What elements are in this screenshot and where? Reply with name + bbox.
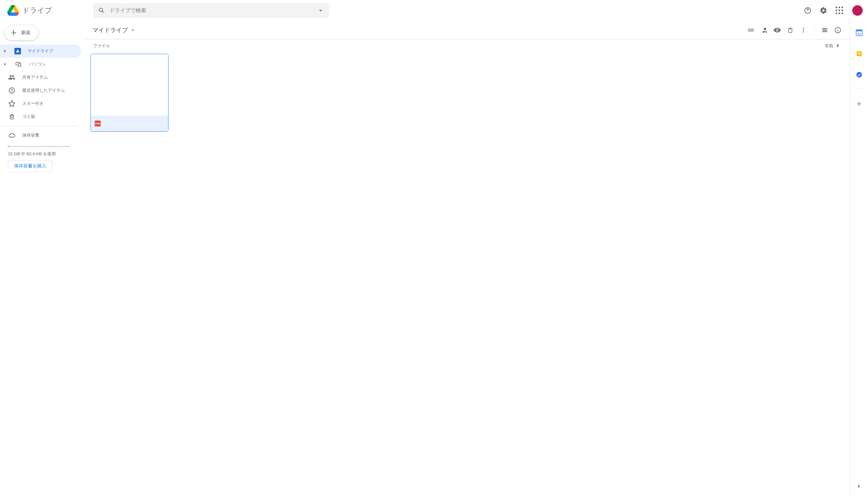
computers-icon [14,60,22,68]
share-person-icon[interactable] [758,24,771,37]
sidebar-item-shared[interactable]: 共有アイテム [0,71,81,84]
sort-label: 名前 [825,43,833,49]
apps-grid-icon[interactable] [833,4,846,17]
svg-rect-8 [822,28,827,29]
svg-text:31: 31 [857,32,861,35]
file-card-footer: PDF [91,115,168,131]
trash-icon [8,113,16,121]
add-addon-icon[interactable] [853,97,866,110]
sidebar-item-label: マイドライブ [28,48,53,54]
expand-triangle-icon[interactable] [2,63,8,66]
svg-point-12 [838,29,838,29]
storage-section: 15 GB 中 63.4 KB を使用 保存容量を購入 [0,142,85,172]
more-vertical-icon[interactable] [797,24,810,37]
search-icon[interactable] [95,4,108,17]
my-drive-icon [14,48,21,55]
sidebar-item-starred[interactable]: スター付き [0,97,81,110]
file-grid: PDF [85,52,850,133]
sidebar-item-label: パソコン [29,61,46,67]
buy-storage-button[interactable]: 保存容量を購入 [8,160,52,172]
breadcrumb-label: マイドライブ [92,26,128,34]
collapse-panel-icon[interactable] [853,480,866,493]
file-card[interactable]: PDF [90,54,168,132]
settings-gear-icon[interactable] [817,4,830,17]
svg-point-6 [803,30,804,30]
sidebar-item-recent[interactable]: 最近使用したアイテム [0,84,81,97]
app-header: ドライブ [0,0,868,21]
sidebar-item-storage[interactable]: 保存容量 [0,129,81,142]
account-avatar[interactable] [852,5,863,16]
sidebar-separator [0,126,77,126]
sidebar-item-label: 共有アイテム [22,74,48,80]
search-bar [93,3,329,18]
sidebar-item-label: 保存容量 [22,133,39,138]
header-actions [801,4,865,17]
selection-toolbar [744,24,844,37]
storage-usage-text: 15 GB 中 63.4 KB を使用 [8,151,77,157]
tasks-app-icon[interactable] [853,68,866,81]
details-info-icon[interactable] [831,24,844,37]
shared-icon [8,73,16,81]
dropdown-triangle-icon [130,27,136,33]
sort-button[interactable]: 名前 [823,42,842,50]
get-link-icon[interactable] [744,24,758,37]
arrow-up-icon [835,43,840,48]
help-icon[interactable] [801,4,814,17]
svg-rect-14 [856,30,862,31]
svg-rect-10 [822,31,827,32]
keep-app-icon[interactable] [853,47,866,60]
svg-point-1 [807,12,808,12]
toolbar-separator [814,26,814,34]
expand-triangle-icon[interactable] [2,49,8,53]
list-header: ファイル 名前 [85,39,850,52]
file-thumbnail [91,54,168,115]
sidebar-nav: マイドライブ パソコン 共有アイテム [0,45,85,142]
sidebar-item-label: ゴミ箱 [22,114,35,120]
sidebar-item-my-drive[interactable]: マイドライブ [0,45,81,58]
cloud-icon [8,131,16,139]
list-view-icon[interactable] [818,24,831,37]
delete-trash-icon[interactable] [784,24,797,37]
plus-icon [10,29,17,37]
storage-usage-bar [8,146,70,147]
recent-icon [8,87,16,94]
star-icon [8,99,16,107]
search-input[interactable] [108,7,314,13]
main-content: マイドライブ [85,21,850,496]
product-name: ドライブ [22,5,52,15]
side-panel: 31 [850,21,868,496]
new-button-label: 新規 [21,30,30,36]
pdf-icon: PDF [95,121,101,126]
sidebar-item-computers[interactable]: パソコン [0,58,81,71]
svg-point-17 [856,72,862,78]
svg-rect-3 [18,64,21,66]
path-bar: マイドライブ [85,21,850,39]
sidebar-item-trash[interactable]: ゴミ箱 [0,110,81,123]
sidebar-item-label: スター付き [22,100,44,107]
svg-rect-9 [822,30,827,30]
section-label: ファイル [93,43,110,49]
sidebar-item-label: 最近使用したアイテム [22,88,65,93]
calendar-app-icon[interactable]: 31 [853,26,866,39]
new-button[interactable]: 新規 [4,25,39,41]
drive-logo-icon [6,4,20,17]
logo-block[interactable]: ドライブ [3,4,88,17]
svg-point-5 [803,28,804,29]
sidepanel-separator [856,89,863,90]
svg-point-7 [803,31,804,32]
breadcrumb-current[interactable]: マイドライブ [90,25,138,35]
preview-eye-icon[interactable] [771,24,784,37]
left-sidebar: 新規 マイドライブ パソコン [0,21,85,496]
search-options-icon[interactable] [314,4,327,17]
